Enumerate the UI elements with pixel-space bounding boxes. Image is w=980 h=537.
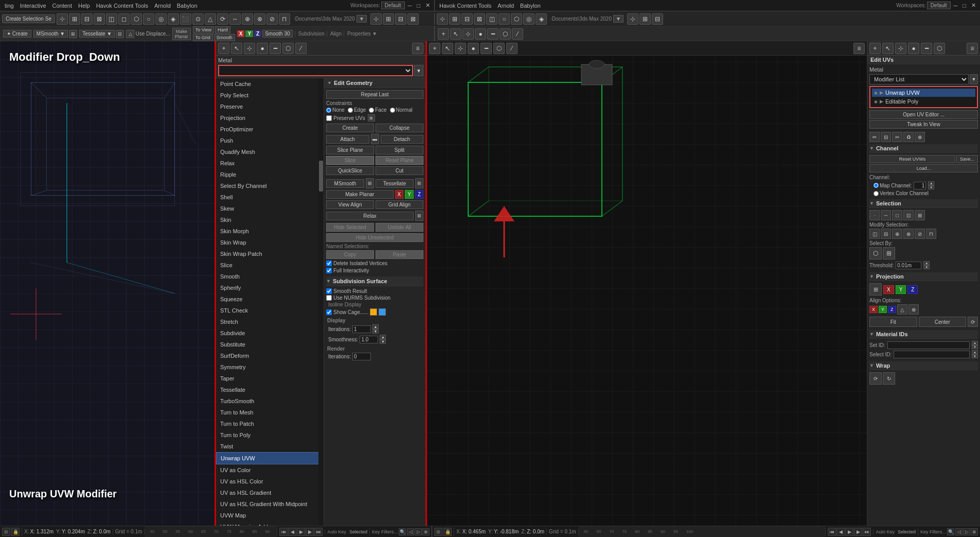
collapse-wrap[interactable]: ▼ <box>869 363 874 368</box>
workspace-right[interactable]: Default <box>927 2 951 9</box>
mod-sel-icon4[interactable]: ⊗ <box>903 229 914 239</box>
selid-down[interactable]: ▼ <box>972 354 978 358</box>
modifier-list-item[interactable]: Turn to Mesh <box>216 407 324 418</box>
timeline-icons-left[interactable]: ⊞ 🔒 <box>2 528 20 536</box>
menu-content[interactable]: Content <box>50 2 75 10</box>
rtoolbar-icon-5[interactable]: ◫ <box>486 13 497 25</box>
sel-icon-5[interactable]: ⊞ <box>915 210 925 220</box>
toolbar-icon-18[interactable]: ⊘ <box>266 13 278 25</box>
mod-sel-icon2[interactable]: ⊟ <box>881 229 891 239</box>
iter-down[interactable]: ▼ <box>372 329 379 334</box>
center-panel-toggle[interactable]: ≡ <box>412 43 423 54</box>
minimize-btn-right[interactable]: ─ <box>952 3 960 9</box>
planar-y-btn[interactable]: Y <box>405 190 414 199</box>
smooth-down[interactable]: ▼ <box>380 339 386 344</box>
mod-sel-icon5[interactable]: ⊘ <box>915 229 925 239</box>
collapse-material-ids[interactable]: ▼ <box>869 332 874 337</box>
wrap-icon2[interactable]: ↻ <box>883 372 895 385</box>
right-panel-toggle[interactable]: ≡ <box>967 43 978 54</box>
modifier-list-item[interactable]: Select By Channel <box>216 180 324 192</box>
toolbar-icon-2[interactable]: ⊞ <box>69 13 80 25</box>
uv-edit-icon1[interactable]: ✏ <box>869 132 880 142</box>
editable-poly-stack-item[interactable]: ◉ ▶ Editable Poly <box>872 97 975 106</box>
next-frame-btn[interactable]: ⏭ <box>314 528 323 536</box>
toolbar-icon-8[interactable]: ○ <box>143 13 154 25</box>
use-nurms-checkbox[interactable] <box>326 295 332 301</box>
quickslice-btn[interactable]: QuickSlice <box>326 166 374 175</box>
save-uvw-btn[interactable]: Save... <box>956 155 978 163</box>
modifier-scrollbar[interactable] <box>318 78 324 526</box>
key-filters-right[interactable]: Key Filters... <box>920 529 946 534</box>
toolbar-icon-9[interactable]: ◎ <box>155 13 167 25</box>
align-z[interactable]: Z <box>888 306 896 313</box>
menu-arnold-right[interactable]: Arnold <box>495 2 516 10</box>
mod-sel-icon1[interactable]: ◫ <box>869 229 880 239</box>
to-grid-btn[interactable]: To Grid <box>193 34 213 41</box>
sel-icon-2[interactable]: ─ <box>881 210 891 220</box>
prev-key-btn[interactable]: ◀ <box>288 528 296 536</box>
modifier-list-item[interactable]: Slice <box>216 259 324 271</box>
right-icon-uv4[interactable]: ● <box>908 43 919 54</box>
collapse-channel[interactable]: ▼ <box>869 146 874 151</box>
toolbar-icon-14[interactable]: ⟳ <box>217 13 228 25</box>
menu-ting[interactable]: ting <box>2 2 16 10</box>
nav-icons-right[interactable]: ◁ ▷ ⊕ <box>955 528 978 535</box>
auto-key-right[interactable]: Auto Key <box>876 529 895 534</box>
modifier-list-item[interactable]: ProOptimizer <box>216 124 324 135</box>
tessellate-settings[interactable]: ⊞ <box>415 178 423 188</box>
detach-btn[interactable]: Detach <box>381 135 424 144</box>
key-filters-left[interactable]: Key Filters... <box>372 529 398 534</box>
smooth-up[interactable]: ▲ <box>380 335 386 339</box>
rright-icon-1[interactable]: ⊹ <box>627 13 638 25</box>
open-uv-editor-btn[interactable]: Open UV Editor ... <box>869 110 978 119</box>
modifier-list-item[interactable]: UVW Map <box>216 510 324 521</box>
msmooth-icon[interactable]: ⊞ <box>69 30 77 38</box>
reset-plane-btn[interactable]: Reset Plane <box>376 156 423 165</box>
mid-icon-3[interactable]: ⊹ <box>455 43 466 54</box>
center-icon-3[interactable]: ⊹ <box>244 43 255 54</box>
modifier-list-item[interactable]: Tessellate <box>216 384 324 395</box>
planar-x-btn[interactable]: X <box>395 190 404 199</box>
right-icon-3[interactable]: ⊟ <box>395 13 406 25</box>
slice-plane-btn[interactable]: Slice Plane <box>326 146 374 154</box>
uv-icon-1[interactable]: + <box>438 28 449 40</box>
timeline-icons-right[interactable]: ⊞ 🔒 <box>434 528 452 536</box>
rtoolbar-icon-6[interactable]: ○ <box>498 13 510 25</box>
collapse-btn[interactable]: Collapse <box>376 124 423 132</box>
sel-by-icon2[interactable]: ⊞ <box>883 247 895 259</box>
uv-icon-2[interactable]: ↖ <box>450 28 461 40</box>
sel-icon-1[interactable]: ⋅ <box>869 210 880 220</box>
preserve-uvs-settings[interactable]: ⊞ <box>368 114 375 122</box>
cage-color-1[interactable] <box>370 308 377 316</box>
load-uvw-btn[interactable]: Load... <box>869 164 978 172</box>
modifier-list-item[interactable]: SurfDeform <box>216 350 324 361</box>
render-iter-input[interactable] <box>352 353 371 360</box>
uv-icon-7[interactable]: ∕ <box>512 28 523 40</box>
modifier-list-item[interactable]: Skin Wrap <box>216 237 324 248</box>
modifier-list-item[interactable]: Substitute <box>216 339 324 350</box>
planar-z-btn[interactable]: Z <box>415 190 423 199</box>
create-geo-btn[interactable]: Create <box>326 124 374 132</box>
msmooth-geo-btn[interactable]: MSmooth <box>326 179 364 188</box>
prev-frame-btn[interactable]: ⏮ <box>279 528 288 536</box>
modifier-list-item[interactable]: Skin Morph <box>216 226 324 237</box>
uv-edit-icon3[interactable]: ✂ <box>892 132 902 142</box>
slice-btn[interactable]: Slice <box>326 156 374 165</box>
smooth-30-btn[interactable]: Smooth 30 <box>262 30 292 38</box>
unhide-all-btn[interactable]: Unhide All <box>376 223 423 232</box>
hide-selected-btn[interactable]: Hide Selected <box>326 223 374 232</box>
tessellate-dropdown[interactable]: Tessellate ▼ ⊟ <box>79 30 124 38</box>
modifier-list-item[interactable]: Turn to Patch <box>216 418 324 429</box>
search-left[interactable]: 🔍 <box>399 528 406 535</box>
show-cage-checkbox[interactable] <box>326 309 332 315</box>
tessellate-geo-btn[interactable]: Tessellate <box>376 179 414 188</box>
modifier-list-item[interactable]: UVW Mapping Add <box>216 521 324 526</box>
hard-btn[interactable]: Hard <box>215 26 230 33</box>
tweak-in-view-btn[interactable]: Tweak In View <box>869 120 978 129</box>
to-view-btn[interactable]: To View <box>193 26 214 33</box>
rdoc-dropdown[interactable]: ▼ <box>613 15 623 23</box>
reset-icon[interactable]: ⟳ <box>968 317 978 327</box>
modifier-list-item[interactable]: Twist <box>216 441 324 452</box>
uv-icon-4[interactable]: ● <box>475 28 486 40</box>
modifier-list-item[interactable]: Skew <box>216 203 324 214</box>
